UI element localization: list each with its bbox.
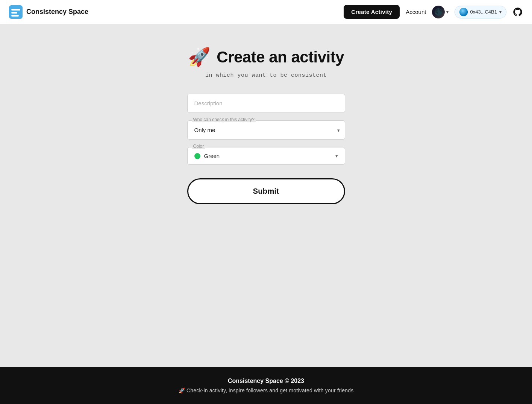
theme-chevron-icon: ▾ (446, 9, 449, 15)
navbar: Consistency Space Create Activity Accoun… (0, 0, 532, 24)
wallet-avatar-icon (459, 8, 468, 16)
svg-point-4 (459, 8, 468, 16)
color-select-wrapper: Color Green ▾ (187, 147, 345, 165)
svg-rect-2 (11, 12, 17, 14)
description-input[interactable] (187, 94, 345, 113)
navbar-left: Consistency Space (9, 5, 88, 19)
account-link[interactable]: Account (406, 9, 426, 15)
page-subtitle: in which you want to be consistent (188, 72, 344, 79)
main-content: 🚀 Create an activity in which you want t… (0, 24, 532, 367)
color-select[interactable]: Green ▾ (187, 147, 345, 165)
submit-button[interactable]: Submit (187, 178, 345, 204)
globe-icon: 🌑 (432, 6, 445, 18)
footer: Consistency Space © 2023 🚀 Check-in acti… (0, 367, 532, 404)
page-title: Create an activity (217, 48, 344, 66)
github-icon[interactable] (512, 7, 523, 17)
navbar-right: Create Activity Account 🌑 ▾ (344, 5, 523, 19)
color-dot-green (194, 153, 200, 159)
color-select-text: Green (204, 153, 332, 159)
wallet-button[interactable]: 0x43...C4B1 ▾ (455, 6, 506, 18)
logo-text: Consistency Space (26, 8, 88, 16)
wallet-chevron-icon: ▾ (499, 9, 502, 15)
wallet-address-text: 0x43...C4B1 (470, 9, 497, 15)
svg-rect-1 (11, 9, 20, 11)
checkin-select[interactable]: Only me Everyone Followers (187, 120, 345, 140)
form-container: Who can check in this activity? Only me … (187, 94, 345, 204)
footer-brand: Consistency Space © 2023 (8, 378, 524, 384)
color-chevron-icon: ▾ (335, 153, 338, 159)
color-label: Color (192, 144, 206, 149)
checkin-select-group: Who can check in this activity? Only me … (187, 120, 345, 140)
checkin-label: Who can check in this activity? (192, 117, 256, 122)
page-heading: 🚀 Create an activity in which you want t… (188, 47, 344, 79)
logo-icon (9, 5, 23, 19)
create-activity-button[interactable]: Create Activity (344, 5, 400, 19)
page-emoji: 🚀 (188, 47, 211, 68)
svg-rect-3 (11, 15, 19, 17)
theme-toggle[interactable]: 🌑 ▾ (432, 6, 449, 18)
footer-tagline: 🚀 Check-in activity, inspire followers a… (8, 387, 524, 393)
